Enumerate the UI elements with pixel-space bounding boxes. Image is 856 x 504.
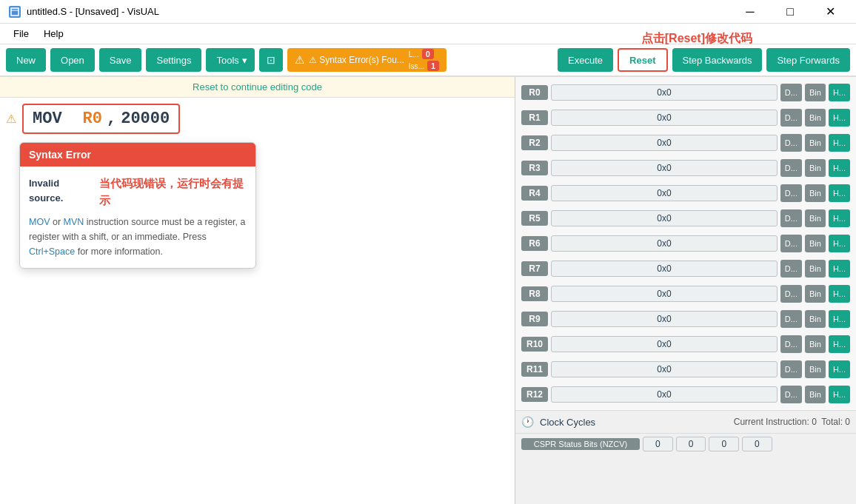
reg-name-R6: R6 [521, 236, 548, 251]
window-title: untitled.S - [Unsaved] - VisUAL [27, 6, 159, 17]
reg-bin-R12[interactable]: Bin [805, 386, 826, 403]
reg-dec-R2[interactable]: D... [780, 134, 802, 152]
reg-hex-R5[interactable]: H... [829, 209, 850, 227]
code-box: MOV R0 , 20000 [22, 104, 180, 134]
reg-bin-R6[interactable]: Bin [805, 235, 826, 252]
reg-name-R0: R0 [521, 85, 548, 100]
toolbar: New Open Save Settings Tools ▾ ⊡ ⚠ ⚠ Syn… [0, 44, 856, 77]
reg-dec-R8[interactable]: D... [780, 285, 802, 303]
reg-name-R4: R4 [521, 186, 548, 201]
reg-dec-R6[interactable]: D... [780, 235, 802, 252]
line-badge-label: L... [409, 50, 419, 58]
reg-bin-R1[interactable]: Bin [805, 109, 826, 127]
cspr-bit-c: 0 [709, 437, 739, 451]
reg-bin-R8[interactable]: Bin [805, 285, 826, 303]
editor-content[interactable]: ⚠ MOV R0 , 20000 Syntax Error Invalid so… [0, 98, 515, 504]
reg-bin-R4[interactable]: Bin [805, 184, 826, 202]
current-inst-label: Current Instruction: [734, 417, 809, 427]
reg-value-R6: 0x0 [551, 235, 778, 252]
reg-bin-R9[interactable]: Bin [805, 310, 826, 328]
reg-name-R9: R9 [521, 312, 548, 326]
status-info: Current Instruction: 0 Total: 0 [734, 417, 850, 427]
title-bar: untitled.S - [Unsaved] - VisUAL ─ □ ✕ [0, 0, 856, 24]
warning-icon: ⚠ [6, 112, 16, 126]
register-row: R2 0x0 D... Bin H... [515, 130, 856, 155]
reg-name-R3: R3 [521, 161, 548, 175]
reg-hex-R8[interactable]: H... [829, 285, 850, 303]
reg-hex-R7[interactable]: H... [829, 260, 850, 278]
main-area: Reset to continue editing code ⚠ MOV R0 … [0, 77, 856, 504]
menu-file[interactable]: File [6, 25, 36, 42]
open-button[interactable]: Open [50, 48, 95, 72]
current-inst-value: 0 [812, 417, 817, 427]
svg-rect-0 [11, 8, 19, 16]
reg-value-R11: 0x0 [551, 361, 778, 377]
reg-value-R12: 0x0 [551, 386, 778, 403]
reg-name-R5: R5 [521, 211, 548, 226]
reg-dec-R10[interactable]: D... [780, 335, 802, 353]
reg-bin-R2[interactable]: Bin [805, 134, 826, 152]
reg-dec-R3[interactable]: D... [780, 159, 802, 177]
reg-bin-R10[interactable]: Bin [805, 335, 826, 353]
execute-button[interactable]: Execute [558, 48, 613, 72]
reg-bin-R7[interactable]: Bin [805, 260, 826, 278]
reg-dec-R12[interactable]: D... [780, 386, 802, 403]
reg-hex-R2[interactable]: H... [829, 134, 850, 152]
cspr-bit-z: 0 [676, 437, 706, 451]
status-bar: 🕐 Clock Cycles Current Instruction: 0 To… [515, 410, 856, 454]
reg-name-R2: R2 [521, 135, 548, 150]
reg-hex-R0[interactable]: H... [829, 84, 850, 101]
reg-dec-R0[interactable]: D... [780, 84, 802, 101]
status-warning[interactable]: ⚠ ⚠ Syntax Error(s) Fou... L... 0 Iss...… [287, 48, 447, 72]
reg-bin-R5[interactable]: Bin [805, 209, 826, 227]
register-row: R3 0x0 D... Bin H... [515, 155, 856, 181]
reg-bin-R0[interactable]: Bin [805, 84, 826, 101]
tools-button[interactable]: Tools ▾ [206, 48, 254, 72]
register-row: R8 0x0 D... Bin H... [515, 281, 856, 306]
reg-dec-R5[interactable]: D... [780, 209, 802, 227]
register-row: R5 0x0 D... Bin H... [515, 206, 856, 231]
reg-hex-R12[interactable]: H... [829, 386, 850, 403]
editor-banner: Reset to continue editing code [0, 77, 515, 98]
window-controls: ─ □ ✕ [733, 0, 847, 24]
reg-dec-R9[interactable]: D... [780, 310, 802, 328]
reg-dec-R11[interactable]: D... [780, 360, 802, 378]
app-icon [9, 6, 21, 18]
immediate-value: 20000 [121, 110, 170, 128]
reg-hex-R9[interactable]: H... [829, 310, 850, 328]
reg-dec-R7[interactable]: D... [780, 260, 802, 278]
reset-button[interactable]: Reset [618, 48, 667, 72]
reg-name-R12: R12 [521, 387, 548, 402]
settings-button[interactable]: Settings [146, 48, 201, 72]
icon-button[interactable]: ⊡ [259, 48, 283, 72]
new-button[interactable]: New [6, 48, 46, 72]
step-back-button[interactable]: Step Backwards [672, 48, 763, 72]
status-top: 🕐 Clock Cycles Current Instruction: 0 To… [515, 411, 856, 434]
reg-bin-R3[interactable]: Bin [805, 159, 826, 177]
reg-hex-R4[interactable]: H... [829, 184, 850, 202]
reg-bin-R11[interactable]: Bin [805, 360, 826, 378]
comma: , [107, 110, 116, 128]
close-button[interactable]: ✕ [813, 0, 847, 24]
reg-hex-R1[interactable]: H... [829, 109, 850, 127]
reg-hex-R10[interactable]: H... [829, 335, 850, 353]
register-row: R4 0x0 D... Bin H... [515, 181, 856, 206]
reg-dec-R1[interactable]: D... [780, 109, 802, 127]
monitor-icon: ⊡ [267, 54, 275, 66]
save-button[interactable]: Save [99, 48, 142, 72]
reg-value-R1: 0x0 [551, 110, 778, 126]
reg-hex-R11[interactable]: H... [829, 360, 850, 378]
reg-hex-R6[interactable]: H... [829, 235, 850, 252]
tooltip-annotation: 当代码现错误，运行时会有提示 [99, 175, 247, 209]
register-row: R11 0x0 D... Bin H... [515, 357, 856, 382]
step-forward-button[interactable]: Step Forwards [766, 48, 850, 72]
register-row: R10 0x0 D... Bin H... [515, 332, 856, 357]
menu-help[interactable]: Help [36, 25, 71, 42]
reg-hex-R3[interactable]: H... [829, 159, 850, 177]
minimize-button[interactable]: ─ [733, 0, 767, 24]
register-scroll-area[interactable]: R0 0x0 D... Bin H... R1 0x0 D... Bin H..… [515, 77, 856, 410]
maximize-button[interactable]: □ [773, 0, 807, 24]
total-value: 0 [845, 417, 850, 427]
reg-value-R10: 0x0 [551, 336, 778, 352]
reg-dec-R4[interactable]: D... [780, 184, 802, 202]
